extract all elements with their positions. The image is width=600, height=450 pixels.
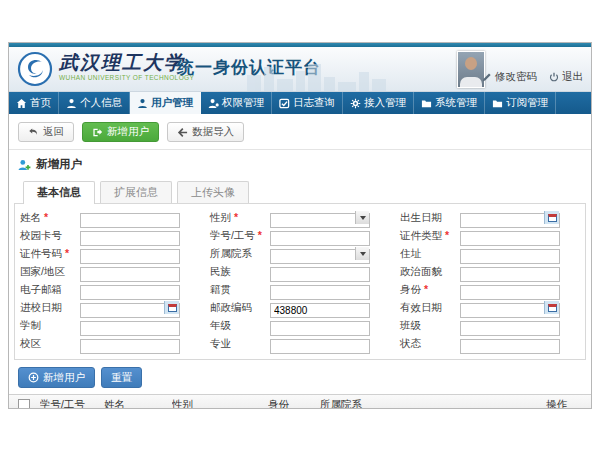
address-input[interactable] bbox=[460, 249, 560, 264]
form-actions: 新增用户 重置 bbox=[18, 367, 582, 388]
nav-item-user-management[interactable]: 用户管理 bbox=[130, 92, 201, 114]
change-password-link[interactable]: 修改密码 bbox=[482, 70, 537, 84]
country-region-input[interactable] bbox=[80, 267, 180, 282]
university-name-en: WUHAN UNIVERSITY OF TECHNOLOGY bbox=[59, 75, 194, 82]
tab-extended-info[interactable]: 扩展信息 bbox=[100, 181, 172, 203]
person-icon bbox=[66, 98, 77, 109]
change-password-label: 修改密码 bbox=[495, 70, 537, 84]
field-campus: 校区 bbox=[20, 336, 200, 351]
col-name: 姓名 bbox=[104, 398, 172, 410]
grade-input[interactable] bbox=[270, 321, 370, 336]
nav-item-permission-management[interactable]: 权限管理 bbox=[201, 92, 272, 114]
field-native-place: 籍贯 bbox=[210, 282, 390, 297]
field-gender: 性别 * bbox=[210, 210, 390, 225]
field-label: 年级 bbox=[210, 319, 270, 333]
field-id-number: 证件号码 * bbox=[20, 246, 200, 261]
field-department: 所属院系 bbox=[210, 246, 390, 261]
chevron-down-icon[interactable] bbox=[355, 247, 369, 260]
field-label: 有效日期 bbox=[400, 301, 460, 315]
id-number-input[interactable] bbox=[80, 249, 180, 264]
native-place-input[interactable] bbox=[270, 285, 370, 300]
calendar-icon[interactable] bbox=[164, 301, 179, 314]
data-import-button[interactable]: 数据导入 bbox=[167, 122, 244, 142]
logout-link[interactable]: 退出 bbox=[549, 70, 583, 84]
field-label: 班级 bbox=[400, 319, 460, 333]
main-nav: 首页 个人信息 用户管理 权限管理 日志查询 接入管理 系统管理 订阅管理 bbox=[9, 92, 591, 114]
arrow-left-icon bbox=[177, 127, 188, 138]
field-campus-card: 校园卡号 bbox=[20, 228, 200, 243]
field-label: 状态 bbox=[400, 337, 460, 351]
nav-item-subscription-management[interactable]: 订阅管理 bbox=[485, 92, 556, 114]
nav-item-access-management[interactable]: 接入管理 bbox=[343, 92, 414, 114]
table-header-row: 学号/工号 姓名 性别 身份 所属院系 操作 bbox=[9, 394, 591, 409]
plus-circle-icon bbox=[28, 372, 39, 383]
logout-label: 退出 bbox=[562, 70, 583, 84]
field-label: 校园卡号 bbox=[20, 229, 80, 243]
field-status: 状态 bbox=[400, 336, 580, 351]
field-class: 班级 bbox=[400, 318, 580, 333]
field-name: 姓名 * bbox=[20, 210, 200, 225]
field-identity: 身份 * bbox=[400, 282, 580, 297]
add-user-icon bbox=[18, 159, 31, 171]
field-label: 住址 bbox=[400, 247, 460, 261]
home-icon bbox=[16, 98, 27, 109]
field-id-type: 证件类型 * bbox=[400, 228, 580, 243]
tab-basic-info[interactable]: 基本信息 bbox=[23, 181, 95, 204]
nav-item-system-management[interactable]: 系统管理 bbox=[414, 92, 485, 114]
political-status-input[interactable] bbox=[460, 267, 560, 282]
user-table: 学号/工号 姓名 性别 身份 所属院系 操作 bbox=[9, 394, 591, 409]
toolbar: 返回 新增用户 数据导入 bbox=[9, 114, 591, 150]
undo-arrow-icon bbox=[28, 127, 39, 138]
major-input[interactable] bbox=[270, 339, 370, 354]
tab-upload-avatar[interactable]: 上传头像 bbox=[177, 181, 249, 203]
back-button[interactable]: 返回 bbox=[18, 122, 74, 142]
field-label: 所属院系 bbox=[210, 247, 270, 261]
tab-bar: 基本信息 扩展信息 上传头像 bbox=[14, 177, 586, 204]
nav-item-log-query[interactable]: 日志查询 bbox=[272, 92, 343, 114]
field-label: 邮政编码 bbox=[210, 301, 270, 315]
field-label: 姓名 * bbox=[20, 211, 80, 225]
class-input[interactable] bbox=[460, 321, 560, 336]
col-identity: 身份 bbox=[268, 398, 320, 410]
field-label: 证件类型 * bbox=[400, 229, 460, 243]
add-user-toolbar-button[interactable]: 新增用户 bbox=[82, 122, 159, 142]
calendar-icon[interactable] bbox=[544, 211, 559, 224]
nav-item-personal-info[interactable]: 个人信息 bbox=[59, 92, 130, 114]
field-label: 政治面貌 bbox=[400, 265, 460, 279]
schooling-length-input[interactable] bbox=[80, 321, 180, 336]
gear-icon bbox=[350, 98, 361, 109]
status-input[interactable] bbox=[460, 339, 560, 354]
section-header: 新增用户 bbox=[9, 150, 591, 177]
nav-item-home[interactable]: 首页 bbox=[9, 92, 59, 114]
student-id-input[interactable] bbox=[270, 231, 370, 246]
field-email: 电子邮箱 bbox=[20, 282, 200, 297]
field-schooling-length: 学制 bbox=[20, 318, 200, 333]
postal-code-input[interactable] bbox=[270, 303, 370, 318]
power-icon bbox=[549, 72, 559, 82]
chevron-down-icon[interactable] bbox=[355, 211, 369, 224]
field-label: 民族 bbox=[210, 265, 270, 279]
identity-input[interactable] bbox=[460, 285, 560, 300]
ethnicity-input[interactable] bbox=[270, 267, 370, 282]
add-user-submit-button[interactable]: 新增用户 bbox=[18, 367, 95, 388]
header-links: 修改密码 退出 bbox=[482, 70, 583, 84]
log-check-icon bbox=[279, 98, 290, 109]
field-country-region: 国家/地区 bbox=[20, 264, 200, 279]
id-type-input[interactable] bbox=[460, 231, 560, 246]
col-operation: 操作 bbox=[546, 398, 582, 410]
field-postal-code: 邮政编码 bbox=[210, 300, 390, 315]
field-label: 专业 bbox=[210, 337, 270, 351]
user-avatar[interactable] bbox=[457, 51, 485, 88]
pencil-icon bbox=[482, 72, 492, 82]
field-label: 出生日期 bbox=[400, 211, 460, 225]
calendar-icon[interactable] bbox=[544, 301, 559, 314]
reset-button[interactable]: 重置 bbox=[101, 367, 142, 388]
campus-input[interactable] bbox=[80, 339, 180, 354]
name-input[interactable] bbox=[80, 213, 180, 228]
select-all-checkbox[interactable] bbox=[18, 399, 30, 410]
field-ethnicity: 民族 bbox=[210, 264, 390, 279]
campus-card-input[interactable] bbox=[80, 231, 180, 246]
field-label: 学号/工号 * bbox=[210, 229, 270, 243]
field-label: 身份 * bbox=[400, 283, 460, 297]
email-input[interactable] bbox=[80, 285, 180, 300]
